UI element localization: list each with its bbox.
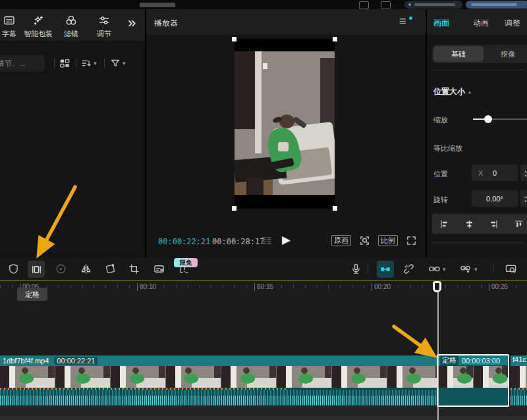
rotation-label: 旋转 xyxy=(433,195,448,205)
timeline-toolbar xyxy=(0,257,527,280)
clip-thumbnail xyxy=(221,366,277,388)
tab-animation[interactable]: 动画 xyxy=(473,18,489,29)
divider xyxy=(432,242,524,243)
chevron-down-icon: ▾ xyxy=(443,266,446,273)
rotate-icon[interactable] xyxy=(104,263,117,275)
filter-funnel-icon xyxy=(109,57,121,69)
media-search-row: 情节、... ▾ ▾ xyxy=(0,45,145,72)
smart-package-icon xyxy=(32,14,45,27)
position-x-stepper[interactable]: ▴ ▾ xyxy=(520,165,527,181)
crop-icon[interactable] xyxy=(128,263,140,275)
stepper-down-icon[interactable]: ▾ xyxy=(524,173,527,178)
original-quality-button[interactable]: 原画 xyxy=(331,235,351,246)
subtab-keying[interactable]: 抠像 xyxy=(485,46,527,62)
transform-handle[interactable] xyxy=(333,37,337,41)
timeline-clip-freeze-selected[interactable]: 定格 00:00:03:00 xyxy=(437,354,509,407)
mirror-flip-icon[interactable] xyxy=(80,263,92,275)
subtab-control: 基础 抠像 xyxy=(432,45,527,63)
sort-control[interactable]: ▾ xyxy=(80,57,97,69)
unlink-preview-icon[interactable] xyxy=(402,263,415,275)
preview-video-content xyxy=(235,51,335,196)
play-speed-icon[interactable] xyxy=(55,263,67,275)
subtab-basic[interactable]: 基础 xyxy=(433,46,484,62)
preview-video-frame[interactable] xyxy=(235,39,335,209)
media-tab-adjust[interactable]: 调节 xyxy=(86,14,123,39)
scale-slider[interactable] xyxy=(473,118,527,120)
clip-header: 1dbf7bf4f.mp4 00:00:22:21 xyxy=(0,355,437,366)
titlebar-share-pill[interactable] xyxy=(466,1,527,9)
media-toolbar: 字幕 智能包装 滤镜 调节 » xyxy=(0,9,145,41)
clip-filmstrip xyxy=(511,366,527,388)
sort-icon xyxy=(80,57,92,69)
position-x-field[interactable]: X 0 xyxy=(472,165,518,181)
preview-search-icon[interactable] xyxy=(505,263,517,275)
slider-knob[interactable] xyxy=(484,115,492,123)
timeline-scrollbar-track[interactable] xyxy=(0,416,527,420)
align-top-icon[interactable] xyxy=(514,219,524,229)
stepper-down-icon[interactable]: ▾ xyxy=(524,199,527,203)
rotation-value: 0.00° xyxy=(486,195,503,203)
cursor-link-control[interactable]: ▾ xyxy=(460,263,478,275)
media-tab-filters[interactable]: 滤镜 xyxy=(53,14,90,39)
titlebar xyxy=(0,0,527,9)
transform-handle[interactable] xyxy=(232,206,236,211)
playhead-handle[interactable] xyxy=(433,281,441,292)
media-toolbar-expand-button[interactable]: » xyxy=(128,16,136,30)
timeline-clip-main[interactable]: 1dbf7bf4f.mp4 00:00:22:21 xyxy=(0,355,437,406)
clip-thumbnail xyxy=(111,366,166,388)
current-timecode: 00:00:22:21 xyxy=(158,237,210,246)
mask-shield-icon[interactable] xyxy=(7,263,20,275)
transform-handle[interactable] xyxy=(232,37,236,41)
clip-header: 定格 00:00:03:00 xyxy=(438,355,508,365)
freeze-clip-label: 定格 xyxy=(440,355,458,365)
titlebar-window-icon[interactable] xyxy=(359,1,369,9)
clip-duration: 00:00:22:21 xyxy=(54,357,97,365)
titlebar-status-pill[interactable] xyxy=(404,1,462,9)
cursor-link-icon xyxy=(460,263,472,275)
record-voiceover-icon[interactable] xyxy=(350,263,362,275)
stepper-up-icon[interactable]: ▴ xyxy=(524,194,527,199)
align-left-icon[interactable] xyxy=(439,219,449,229)
media-tab-label: 智能包装 xyxy=(24,29,53,39)
search-input[interactable]: 情节、... xyxy=(0,55,45,72)
align-center-horizontal-icon[interactable] xyxy=(464,219,474,229)
limited-free-label: 限免 xyxy=(180,259,192,267)
link-icon xyxy=(428,263,441,275)
tab-picture[interactable]: 画面 xyxy=(433,18,449,29)
freeze-clip-duration: 00:00:03:00 xyxy=(462,357,500,365)
timeline-clip-next[interactable]: f41c xyxy=(511,355,527,406)
axis-x-label: X xyxy=(478,169,483,177)
snap-toggle-button[interactable] xyxy=(377,261,394,278)
stepper-up-icon[interactable]: ▴ xyxy=(524,169,527,173)
layout-grid-icon[interactable] xyxy=(59,57,70,69)
rotation-field[interactable]: 0.00° xyxy=(472,190,518,207)
rotation-stepper[interactable]: ▴ ▾ xyxy=(520,190,527,207)
frame-list-icon[interactable] xyxy=(260,234,273,248)
ratio-button[interactable]: 比例 xyxy=(378,235,398,246)
clip-header: f41c xyxy=(511,355,527,366)
clip-thumbnail xyxy=(166,366,221,388)
search-placeholder: 情节、... xyxy=(0,59,25,68)
link-control[interactable]: ▾ xyxy=(428,263,446,275)
transform-handle[interactable] xyxy=(333,206,337,211)
media-panel: 字幕 智能包装 滤镜 调节 » xyxy=(0,9,145,257)
filter-control[interactable]: ▾ xyxy=(109,57,126,69)
titlebar-project-title xyxy=(140,3,175,7)
inspector-panel: 画面 动画 调整 基础 抠像 位置大小 ▴ 缩放 等比缩放 位置 X xyxy=(427,9,527,257)
player-menu-icon[interactable]: ≡ xyxy=(399,14,406,28)
audio-waveform xyxy=(511,388,527,406)
section-position-size[interactable]: 位置大小 ▴ xyxy=(433,86,471,97)
clip-thumbnail xyxy=(332,366,387,388)
clip-filmstrip xyxy=(0,366,437,388)
clip-thumbnail xyxy=(277,366,332,388)
zoom-fit-icon[interactable] xyxy=(358,234,371,247)
caption-clear-icon[interactable] xyxy=(153,263,165,275)
titlebar-window-icon-2[interactable] xyxy=(381,1,391,9)
freeze-frame-button[interactable] xyxy=(28,261,45,278)
playhead-line[interactable] xyxy=(437,292,439,420)
media-tab-smart-package[interactable]: 智能包装 xyxy=(20,14,57,39)
align-right-icon[interactable] xyxy=(489,219,499,229)
play-button[interactable]: ▶ xyxy=(282,233,291,247)
tab-adjust[interactable]: 调整 xyxy=(505,18,520,29)
fullscreen-icon[interactable] xyxy=(405,234,418,247)
